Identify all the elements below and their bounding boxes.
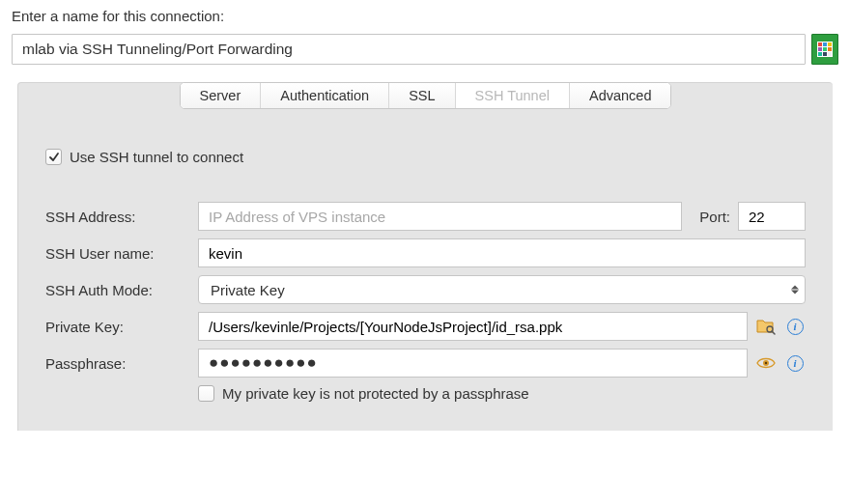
tab-authentication[interactable]: Authentication <box>261 83 389 108</box>
svg-rect-1 <box>818 42 822 46</box>
info-icon: i <box>787 355 804 372</box>
ssh-auth-mode-label: SSH Auth Mode: <box>45 282 190 298</box>
color-picker-button[interactable] <box>811 34 838 65</box>
checkmark-icon <box>48 152 60 163</box>
ssh-auth-mode-value: Private Key <box>211 282 285 298</box>
ssh-auth-mode-select[interactable]: Private Key <box>198 275 806 304</box>
tab-ssl[interactable]: SSL <box>389 83 455 108</box>
no-passphrase-label: My private key is not protected by a pas… <box>222 385 529 402</box>
ssh-address-label: SSH Address: <box>45 209 190 225</box>
ssh-address-input[interactable] <box>198 202 682 231</box>
port-input[interactable] <box>738 202 806 231</box>
private-key-label: Private Key: <box>45 319 190 335</box>
private-key-info-button[interactable]: i <box>784 316 806 337</box>
use-ssh-tunnel-checkbox[interactable] <box>45 149 62 165</box>
passphrase-info-button[interactable]: i <box>784 352 806 374</box>
passphrase-mask: ●●●●●●●●●● <box>209 349 318 378</box>
connection-name-input[interactable] <box>12 34 806 65</box>
tab-server[interactable]: Server <box>181 83 262 108</box>
info-icon: i <box>787 319 804 335</box>
svg-rect-9 <box>828 52 832 56</box>
port-label: Port: <box>690 209 730 225</box>
tab-advanced[interactable]: Advanced <box>570 83 671 108</box>
svg-rect-8 <box>823 52 827 56</box>
svg-point-13 <box>765 362 767 364</box>
svg-rect-7 <box>818 52 822 56</box>
connection-name-prompt: Enter a name for this connection: <box>12 8 838 24</box>
use-ssh-tunnel-label: Use SSH tunnel to connect <box>70 149 243 165</box>
svg-rect-2 <box>823 42 827 46</box>
tab-strip: Server Authentication SSL SSH Tunnel Adv… <box>180 82 672 109</box>
svg-rect-6 <box>828 47 832 51</box>
svg-rect-3 <box>828 42 832 46</box>
svg-rect-4 <box>818 47 822 51</box>
browse-file-button[interactable] <box>755 316 777 337</box>
passphrase-label: Passphrase: <box>45 355 190 372</box>
select-stepper-icon <box>791 286 799 294</box>
passphrase-input[interactable]: ●●●●●●●●●● <box>198 349 748 378</box>
tab-ssh-tunnel[interactable]: SSH Tunnel <box>456 83 570 108</box>
reveal-passphrase-button[interactable] <box>755 352 777 374</box>
svg-line-11 <box>772 331 775 334</box>
no-passphrase-checkbox[interactable] <box>198 385 214 402</box>
ssh-username-label: SSH User name: <box>45 245 190 262</box>
folder-search-icon <box>756 318 776 335</box>
color-grid-icon <box>816 41 834 58</box>
private-key-input[interactable] <box>198 312 748 341</box>
ssh-username-input[interactable] <box>198 238 806 267</box>
svg-rect-5 <box>823 47 827 51</box>
eye-icon <box>756 356 776 370</box>
connection-settings-panel: Server Authentication SSL SSH Tunnel Adv… <box>17 82 833 431</box>
